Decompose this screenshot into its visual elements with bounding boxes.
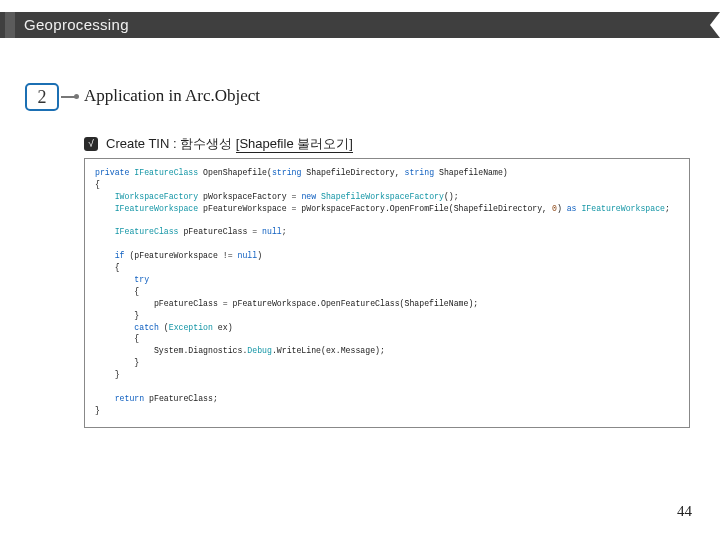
section-number-box: 2 (25, 83, 59, 111)
page-number: 44 (677, 503, 692, 520)
code-block: private IFeatureClass OpenShapefile(stri… (84, 158, 690, 428)
check-bullet-icon: √ (84, 137, 98, 151)
section-subtitle: Create TIN : 함수생성 [Shapefile 불러오기] (106, 135, 353, 153)
header-cut (710, 12, 720, 38)
section-title: Application in Arc.Object (84, 86, 260, 106)
subtitle-lead: Create TIN : 함수생성 (106, 136, 236, 151)
subtitle-underlined: [Shapefile 불러오기] (236, 136, 353, 153)
section-connector-line (61, 96, 75, 98)
header-accent (5, 12, 15, 38)
page-header-title: Geoprocessing (24, 12, 129, 38)
code-content: private IFeatureClass OpenShapefile(stri… (95, 167, 679, 417)
